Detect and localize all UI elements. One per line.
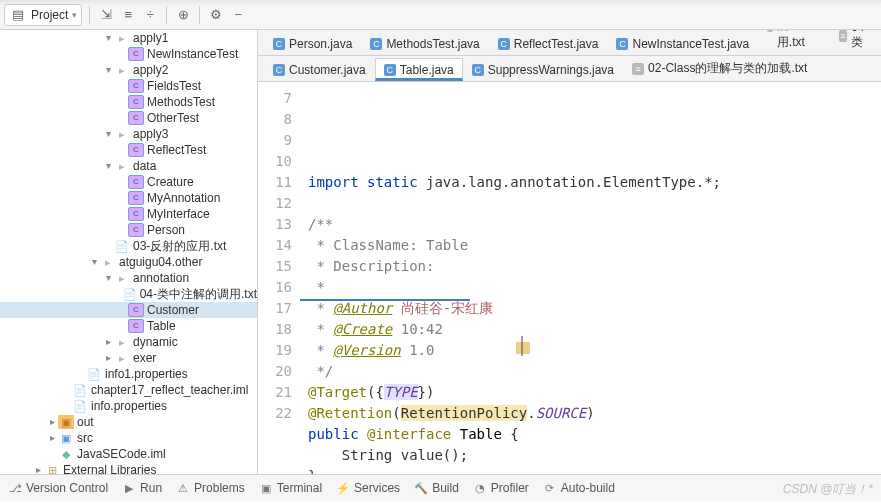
collapse-icon[interactable]: ≡ bbox=[119, 6, 137, 24]
statusbar-label: Run bbox=[140, 481, 162, 495]
tree-chevron-icon[interactable]: ▾ bbox=[102, 158, 114, 174]
code-line[interactable]: import static java.lang.annotation.Eleme… bbox=[308, 172, 881, 193]
divide-icon[interactable]: ÷ bbox=[141, 6, 159, 24]
editor-tab[interactable]: CTable.java bbox=[375, 58, 463, 81]
tree-item[interactable]: ▸▸dynamic bbox=[0, 334, 257, 350]
editor-tab[interactable]: CReflectTest.java bbox=[489, 32, 608, 55]
code-line[interactable]: * @Author 尚硅谷-宋红康 bbox=[308, 298, 881, 319]
settings-icon[interactable]: ⚙ bbox=[207, 6, 225, 24]
tab-label: MethodsTest.java bbox=[386, 37, 479, 51]
tree-chevron-icon[interactable]: ▾ bbox=[88, 254, 100, 270]
tree-item-label: apply3 bbox=[133, 126, 168, 142]
tree-item[interactable]: CFieldsTest bbox=[0, 78, 257, 94]
statusbar-item[interactable]: ⚡Services bbox=[336, 481, 400, 495]
ide-toolbar: ▤ Project ▾ ⇲ ≡ ÷ ⊕ ⚙ − bbox=[0, 0, 881, 30]
tree-item-label: 03-反射的应用.txt bbox=[133, 238, 226, 254]
tree-item[interactable]: CReflectTest bbox=[0, 142, 257, 158]
tree-item[interactable]: CMyAnnotation bbox=[0, 190, 257, 206]
tree-item[interactable]: ▸▣src bbox=[0, 430, 257, 446]
project-selector[interactable]: ▤ Project ▾ bbox=[4, 4, 82, 26]
tree-item[interactable]: ▾▸data bbox=[0, 158, 257, 174]
code-line[interactable]: * @Version 1.0 bbox=[308, 340, 881, 361]
tree-item[interactable]: CNewInstanceTest bbox=[0, 46, 257, 62]
tree-item[interactable]: 📄chapter17_reflect_teacher.iml bbox=[0, 382, 257, 398]
statusbar-item[interactable]: ▣Terminal bbox=[259, 481, 322, 495]
tree-item[interactable]: ▾▸atguigu04.other bbox=[0, 254, 257, 270]
tree-item[interactable]: CCreature bbox=[0, 174, 257, 190]
tree-item[interactable]: CTable bbox=[0, 318, 257, 334]
tree-item[interactable]: ◆JavaSECode.iml bbox=[0, 446, 257, 462]
tree-item[interactable]: ▾▸apply3 bbox=[0, 126, 257, 142]
code-line[interactable]: * @Create 10:42 bbox=[308, 319, 881, 340]
tree-item[interactable]: CPerson bbox=[0, 222, 257, 238]
statusbar-item[interactable]: ⟳Auto-build bbox=[543, 481, 615, 495]
tree-item[interactable]: ▾▸apply1 bbox=[0, 30, 257, 46]
statusbar-icon: ⚡ bbox=[336, 481, 350, 495]
editor-tab[interactable]: CNewInstanceTest.java bbox=[607, 32, 758, 55]
tree-item[interactable]: ▾▸apply2 bbox=[0, 62, 257, 78]
tab-label: Person.java bbox=[289, 37, 352, 51]
code-line[interactable]: * ClassName: Table bbox=[308, 235, 881, 256]
code-line[interactable]: public @interface Table { bbox=[308, 424, 881, 445]
code-editor[interactable]: 78910111213141516171819202122 import sta… bbox=[258, 82, 881, 474]
editor-tab[interactable]: CSuppressWarnings.java bbox=[463, 58, 623, 81]
tree-chevron-icon[interactable]: ▸ bbox=[32, 462, 44, 474]
locate-icon[interactable]: ⊕ bbox=[174, 6, 192, 24]
tree-item[interactable]: COtherTest bbox=[0, 110, 257, 126]
code-line[interactable]: String value(); bbox=[308, 445, 881, 466]
statusbar-item[interactable]: ▶Run bbox=[122, 481, 162, 495]
hide-icon[interactable]: − bbox=[229, 6, 247, 24]
code-line[interactable]: @Target({TYPE}) bbox=[308, 382, 881, 403]
tree-chevron-icon[interactable]: ▾ bbox=[102, 126, 114, 142]
code-line[interactable] bbox=[308, 193, 881, 214]
code-line[interactable]: @Retention(RetentionPolicy.SOURCE) bbox=[308, 403, 881, 424]
code-line[interactable]: } bbox=[308, 466, 881, 474]
editor-tab[interactable]: CCustomer.java bbox=[264, 58, 375, 81]
tree-item-label: src bbox=[77, 430, 93, 446]
tab-label: 04-类 bbox=[851, 30, 872, 51]
code-line[interactable]: * Description: bbox=[308, 256, 881, 277]
code-line[interactable]: */ bbox=[308, 361, 881, 382]
tree-chevron-icon[interactable]: ▸ bbox=[102, 350, 114, 366]
tree-item-label: NewInstanceTest bbox=[147, 46, 238, 62]
tree-chevron-icon[interactable]: ▾ bbox=[102, 270, 114, 286]
tree-item[interactable]: ▸▸exer bbox=[0, 350, 257, 366]
tree-chevron-icon[interactable]: ▸ bbox=[46, 414, 58, 430]
statusbar-item[interactable]: ⚠Problems bbox=[176, 481, 245, 495]
tree-chevron-icon[interactable]: ▸ bbox=[102, 334, 114, 350]
statusbar-item[interactable]: ⎇Version Control bbox=[8, 481, 108, 495]
tree-item-label: atguigu04.other bbox=[119, 254, 202, 270]
code-content[interactable]: import static java.lang.annotation.Eleme… bbox=[300, 82, 881, 474]
statusbar-item[interactable]: ◔Profiler bbox=[473, 481, 529, 495]
tree-chevron-icon[interactable]: ▾ bbox=[102, 30, 114, 46]
tree-item[interactable]: CCustomer bbox=[0, 302, 257, 318]
statusbar-label: Auto-build bbox=[561, 481, 615, 495]
tree-item[interactable]: 📄03-反射的应用.txt bbox=[0, 238, 257, 254]
tree-chevron-icon[interactable]: ▸ bbox=[46, 430, 58, 446]
statusbar-label: Profiler bbox=[491, 481, 529, 495]
tree-item[interactable]: CMyInterface bbox=[0, 206, 257, 222]
editor-tab[interactable]: ≡02-Class的理解与类的加载.txt bbox=[623, 55, 816, 81]
project-tree[interactable]: ▾▸apply1CNewInstanceTest▾▸apply2CFieldsT… bbox=[0, 30, 257, 474]
statusbar-item[interactable]: 🔨Build bbox=[414, 481, 459, 495]
tree-item[interactable]: CMethodsTest bbox=[0, 94, 257, 110]
tree-item-label: External Libraries bbox=[63, 462, 156, 474]
tree-chevron-icon[interactable]: ▾ bbox=[102, 62, 114, 78]
tree-item[interactable]: ▸⊞External Libraries bbox=[0, 462, 257, 474]
tree-item[interactable]: 📄04-类中注解的调用.txt bbox=[0, 286, 257, 302]
tree-item[interactable]: ▾▸annotation bbox=[0, 270, 257, 286]
editor-tab[interactable]: CMethodsTest.java bbox=[361, 32, 488, 55]
tree-item-label: Customer bbox=[147, 302, 199, 318]
tree-item[interactable]: 📄info.properties bbox=[0, 398, 257, 414]
tree-item-label: info1.properties bbox=[105, 366, 188, 382]
tree-item[interactable]: ▸▣out bbox=[0, 414, 257, 430]
editor-tab[interactable]: ≡04-类 bbox=[830, 30, 881, 55]
tree-item[interactable]: 📄info1.properties bbox=[0, 366, 257, 382]
code-line[interactable]: /** bbox=[308, 214, 881, 235]
expand-all-icon[interactable]: ⇲ bbox=[97, 6, 115, 24]
tree-item-label: ReflectTest bbox=[147, 142, 206, 158]
code-line[interactable]: * bbox=[308, 277, 881, 298]
editor-tab[interactable]: ≡03-反射的应用.txt bbox=[758, 30, 829, 55]
editor-tab[interactable]: CPerson.java bbox=[264, 32, 361, 55]
file-type-icon: C bbox=[273, 38, 285, 50]
